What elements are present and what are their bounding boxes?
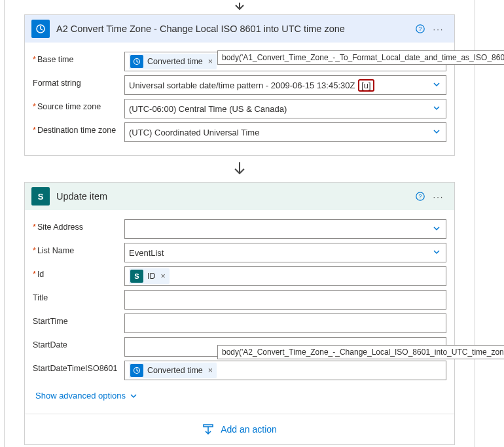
- start-dt-iso-label: StartDateTimeISO8601: [33, 361, 124, 373]
- add-action-button[interactable]: Add an action: [25, 423, 454, 435]
- site-address-select[interactable]: [124, 219, 446, 239]
- site-address-label: Site Address: [33, 219, 124, 232]
- title-label: Title: [33, 290, 124, 302]
- expression-tooltip: body('A1_Convert_Time_Zone_-_To_Format_L…: [217, 50, 504, 65]
- add-step-icon: [202, 423, 214, 435]
- svg-text:?: ?: [418, 26, 422, 32]
- dest-tz-select[interactable]: (UTC) Coordinated Universal Time: [124, 122, 446, 142]
- update-item-card: S Update item ? ··· Site Address List Na…: [24, 182, 455, 445]
- convert-time-zone-card: A2 Convert Time Zone - Change Local ISO …: [24, 14, 455, 156]
- id-label: Id: [33, 266, 124, 279]
- show-advanced-options[interactable]: Show advanced options: [33, 384, 140, 404]
- card-title: Update item: [56, 191, 411, 202]
- add-action-section: Add an action: [25, 414, 454, 444]
- card-title: A2 Convert Time Zone - Change Local ISO …: [56, 24, 411, 34]
- format-string-label: Format string: [33, 75, 124, 88]
- start-time-input[interactable]: [124, 313, 446, 333]
- more-button[interactable]: ···: [429, 187, 448, 206]
- designer-canvas: A2 Convert Time Zone - Change Local ISO …: [4, 0, 475, 447]
- svg-text:?: ?: [418, 193, 422, 200]
- add-action-label: Add an action: [221, 424, 277, 435]
- title-input[interactable]: [124, 290, 446, 310]
- format-string-select[interactable]: Universal sortable date/time pattern - 2…: [124, 75, 446, 95]
- dest-tz-value: (UTC) Coordinated Universal Time: [129, 128, 259, 137]
- dest-tz-row: Destination time zone (UTC) Coordinated …: [33, 122, 446, 142]
- chevron-down-icon: [433, 224, 441, 234]
- chevron-down-icon: [433, 248, 441, 258]
- format-string-value: Universal sortable date/time pattern - 2…: [129, 80, 357, 90]
- source-tz-value: (UTC-06:00) Central Time (US & Canada): [129, 104, 287, 114]
- advanced-toggle-label: Show advanced options: [35, 391, 126, 401]
- token-remove[interactable]: ×: [207, 366, 213, 375]
- connector-arrow-top: [5, 0, 475, 14]
- clock-icon: [130, 55, 143, 68]
- chevron-down-icon: [433, 104, 441, 114]
- start-time-row: StartTime: [33, 313, 446, 333]
- card-header[interactable]: S Update item ? ···: [25, 183, 454, 210]
- sharepoint-icon: S: [130, 270, 143, 283]
- source-tz-select[interactable]: (UTC-06:00) Central Time (US & Canada): [124, 99, 446, 118]
- id-field[interactable]: S ID ×: [124, 266, 446, 286]
- list-name-row: List Name EventList: [33, 243, 446, 262]
- card-body: Site Address List Name EventList: [25, 210, 454, 414]
- source-tz-label: Source time zone: [33, 99, 124, 111]
- token-label: Converted time: [147, 57, 203, 66]
- base-time-label: Base time: [33, 52, 124, 64]
- more-button[interactable]: ···: [429, 20, 448, 38]
- start-date-label: StartDate: [33, 337, 124, 349]
- list-name-value: EventList: [129, 248, 164, 258]
- token-remove[interactable]: ×: [160, 272, 166, 281]
- card-header[interactable]: A2 Convert Time Zone - Change Local ISO …: [25, 15, 454, 43]
- svg-rect-7: [204, 425, 213, 427]
- clock-icon: [130, 364, 143, 377]
- converted-time-token[interactable]: Converted time ×: [129, 363, 217, 378]
- converted-time-token[interactable]: Converted time ×: [129, 54, 217, 69]
- site-address-row: Site Address: [33, 219, 446, 239]
- id-row: Id S ID ×: [33, 266, 446, 286]
- help-button[interactable]: ?: [411, 187, 429, 206]
- clock-icon: [31, 20, 50, 38]
- token-label: Converted time: [147, 366, 203, 375]
- id-token[interactable]: S ID ×: [129, 268, 170, 284]
- chevron-down-icon: [130, 392, 137, 400]
- title-row: Title: [33, 290, 446, 310]
- start-dt-iso-field[interactable]: Converted time ×: [124, 361, 446, 380]
- source-tz-row: Source time zone (UTC-06:00) Central Tim…: [33, 99, 446, 118]
- list-name-select[interactable]: EventList: [124, 243, 446, 262]
- dest-tz-label: Destination time zone: [33, 122, 124, 135]
- start-time-label: StartTime: [33, 313, 124, 326]
- help-button[interactable]: ?: [411, 20, 429, 38]
- token-label: ID: [147, 272, 156, 281]
- connector-arrow-mid: [5, 156, 475, 182]
- u-highlight: [u]: [358, 79, 374, 92]
- expression-tooltip: body('A2_Convert_Time_Zone_-_Change_Loca…: [217, 345, 504, 359]
- sharepoint-icon: S: [31, 187, 50, 206]
- format-string-row: Format string Universal sortable date/ti…: [33, 75, 446, 95]
- list-name-label: List Name: [33, 243, 124, 255]
- token-remove[interactable]: ×: [207, 57, 213, 66]
- chevron-down-icon: [433, 80, 441, 90]
- start-dt-iso-row: StartDateTimeISO8601 Converted time ×: [33, 361, 446, 380]
- chevron-down-icon: [433, 128, 441, 137]
